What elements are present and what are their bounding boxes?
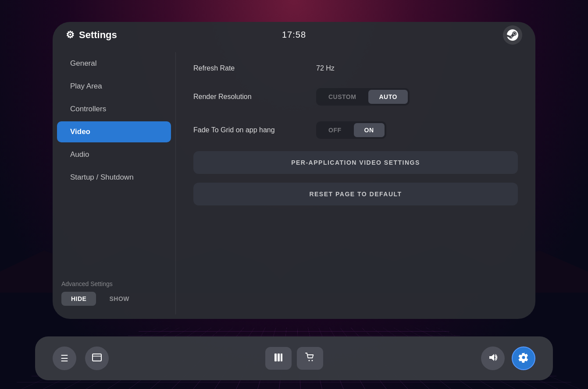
fade-to-grid-toggle: OFF ON [316, 121, 386, 139]
header-title: ⚙ Settings [66, 29, 117, 41]
svg-rect-4 [281, 354, 282, 361]
library-icon [274, 353, 283, 364]
taskbar: ☰ [35, 336, 553, 380]
taskbar-right [481, 347, 535, 370]
show-button[interactable]: SHOW [100, 292, 139, 306]
steam-logo[interactable] [503, 25, 522, 45]
sidebar-item-play-area[interactable]: Play Area [57, 76, 171, 97]
refresh-rate-label: Refresh Rate [193, 64, 316, 72]
clock: 17:58 [282, 30, 306, 40]
advanced-toggle-group: HIDE SHOW [61, 292, 167, 306]
cart-button[interactable] [297, 347, 323, 370]
svg-rect-2 [274, 354, 277, 361]
render-resolution-control: CUSTOM AUTO [316, 88, 410, 106]
fade-to-grid-row: Fade To Grid on app hang OFF ON [193, 118, 518, 142]
settings-gear-icon: ⚙ [66, 29, 75, 41]
header: ⚙ Settings 17:58 [53, 22, 535, 48]
cart-icon [305, 353, 315, 364]
render-auto-option[interactable]: AUTO [368, 90, 407, 104]
settings-panel: ⚙ Settings 17:58 General Play Area Contr… [53, 22, 535, 319]
gear-button[interactable] [512, 347, 535, 370]
advanced-settings-label: Advanced Settings [61, 280, 167, 287]
menu-icon: ☰ [61, 353, 68, 364]
gear-icon [518, 352, 529, 365]
svg-point-6 [311, 360, 313, 361]
sidebar-bottom: Advanced Settings HIDE SHOW [53, 272, 175, 315]
taskbar-left: ☰ [53, 347, 109, 370]
sidebar: General Play Area Controllers Video Audi… [53, 48, 175, 319]
content-area: General Play Area Controllers Video Audi… [53, 48, 535, 319]
main-content: Refresh Rate 72 Hz Render Resolution CUS… [176, 48, 535, 319]
render-resolution-row: Render Resolution CUSTOM AUTO [193, 85, 518, 109]
per-application-video-settings-button[interactable]: PER-APPLICATION VIDEO SETTINGS [193, 151, 518, 174]
svg-rect-0 [93, 354, 101, 361]
fade-on-option[interactable]: ON [354, 123, 385, 137]
fade-to-grid-label: Fade To Grid on app hang [193, 126, 316, 134]
sidebar-item-audio[interactable]: Audio [57, 144, 171, 165]
svg-rect-3 [278, 354, 280, 361]
sidebar-item-startup-shutdown[interactable]: Startup / Shutdown [57, 167, 171, 188]
speaker-icon [488, 353, 498, 364]
refresh-rate-value: 72 Hz [316, 64, 351, 72]
fade-off-option[interactable]: OFF [318, 123, 352, 137]
reset-page-button[interactable]: RESET PAGE TO DEFAULT [193, 183, 518, 205]
render-resolution-label: Render Resolution [193, 93, 316, 101]
menu-button[interactable]: ☰ [53, 347, 76, 370]
refresh-rate-control: 72 Hz [316, 64, 351, 72]
hide-button[interactable]: HIDE [61, 292, 96, 306]
speaker-button[interactable] [481, 347, 505, 370]
settings-panel-wrapper: ⚙ Settings 17:58 General Play Area Contr… [53, 22, 535, 319]
sidebar-item-video[interactable]: Video [57, 121, 171, 142]
window-icon [92, 354, 102, 364]
sidebar-item-controllers[interactable]: Controllers [57, 99, 171, 120]
taskbar-center [265, 347, 323, 370]
settings-title: Settings [79, 29, 117, 41]
window-button[interactable] [85, 347, 109, 370]
sidebar-item-general[interactable]: General [57, 53, 171, 74]
svg-point-5 [308, 360, 310, 361]
render-custom-option[interactable]: CUSTOM [318, 90, 367, 104]
refresh-rate-row: Refresh Rate 72 Hz [193, 61, 518, 76]
svg-marker-7 [489, 354, 494, 361]
library-button[interactable] [265, 347, 292, 370]
render-resolution-toggle: CUSTOM AUTO [316, 88, 410, 106]
fade-to-grid-control: OFF ON [316, 121, 386, 139]
